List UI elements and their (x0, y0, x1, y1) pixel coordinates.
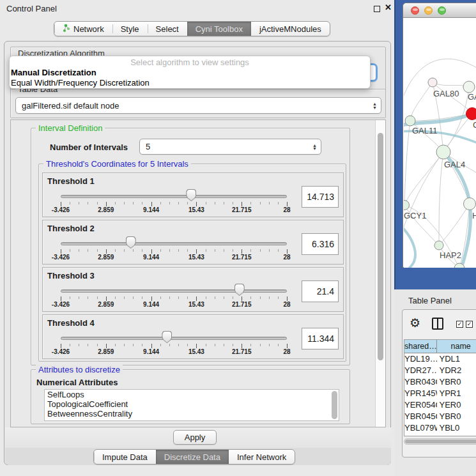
tab[interactable]: Discretize Data (156, 450, 229, 464)
table-cell[interactable]: YDL1 (437, 353, 476, 365)
table-cell[interactable]: YBR0 (437, 376, 476, 388)
minimize-traffic-light-icon[interactable] (424, 6, 433, 15)
network-node[interactable] (463, 81, 475, 93)
table-row[interactable]: YBL079W YBL0 (404, 422, 476, 434)
checkbox-icon[interactable]: ✓ (466, 321, 473, 328)
table-row[interactable]: YBR045C YBR0 (404, 411, 476, 422)
close-icon[interactable]: ✕ (385, 3, 392, 12)
table-cell[interactable]: YBR045C (404, 411, 437, 422)
list-item[interactable]: SelfLoops (45, 390, 339, 399)
table-cell[interactable]: YLR345W (404, 434, 437, 436)
tab[interactable]: Impute Data (94, 450, 156, 464)
scrollbar-thumb[interactable] (405, 440, 476, 443)
node-table[interactable]: shared… name YDL19… YDL1 YDR27… YDR2 (404, 339, 476, 436)
slider-track[interactable] (61, 195, 287, 198)
ruler-tick (178, 344, 179, 346)
list-scrollbar[interactable] (331, 391, 338, 419)
network-node[interactable] (436, 145, 450, 159)
table-cell[interactable]: YBL079W (404, 422, 437, 434)
slider-track[interactable] (61, 337, 287, 340)
slider-track[interactable] (61, 289, 287, 293)
node-label: HAP2 (440, 250, 461, 260)
table-cell[interactable]: YBR043C (404, 376, 437, 388)
ruler-tick (242, 344, 242, 348)
table-cell[interactable]: YLR3 (437, 434, 476, 436)
zoom-traffic-light-icon[interactable] (438, 6, 446, 15)
tab[interactable]: Select (148, 22, 187, 36)
table-cell[interactable]: YER054C (404, 399, 437, 411)
node-label: H (472, 211, 476, 220)
number-of-intervals-combobox[interactable]: 5 ▲▼ (139, 139, 321, 155)
ruler-tick (79, 296, 79, 299)
scrollbar-thumb[interactable] (378, 133, 383, 360)
table-cell[interactable]: YPR1 (437, 388, 476, 399)
ruler-tick (233, 344, 233, 346)
tab[interactable]: jActiveMNodules (251, 22, 330, 36)
ruler-tick (70, 296, 70, 299)
table-row[interactable]: YDL19… YDL1 (404, 353, 476, 365)
ruler-tick (133, 344, 134, 346)
list-item[interactable]: BetweennessCentrality (45, 409, 339, 418)
algorithm-option-manual[interactable]: Manual Discretization (10, 68, 370, 78)
network-node[interactable] (466, 108, 476, 120)
slider-track[interactable] (61, 242, 287, 245)
table-row[interactable]: YBR043C YBR0 (404, 376, 476, 388)
ruler-tick (97, 344, 98, 346)
float-window-icon[interactable] (374, 6, 380, 12)
network-node[interactable] (434, 241, 443, 250)
table-row[interactable]: YPR145W YPR1 (404, 388, 476, 399)
threshold-value-field[interactable]: 6.316 (302, 233, 339, 255)
ruler-tick (61, 344, 61, 348)
network-node[interactable] (428, 78, 437, 87)
close-traffic-light-icon[interactable] (411, 6, 419, 15)
tab[interactable]: Cyni Toolbox (187, 22, 251, 36)
numerical-attributes-list[interactable]: SelfLoopsTopologicalCoefficientBetweenne… (44, 389, 339, 421)
network-node[interactable] (405, 116, 415, 126)
network-node[interactable] (464, 198, 476, 210)
tab[interactable]: Style (112, 22, 148, 36)
ruler-tick (224, 249, 224, 252)
algorithm-option-equal-width[interactable]: Equal Width/Frequency Discretization (10, 78, 370, 88)
ruler-tick (79, 344, 79, 346)
table-cell[interactable]: YDR2 (437, 365, 476, 376)
table-cell[interactable]: YPR145W (404, 388, 437, 399)
gear-icon[interactable]: ⚙ (410, 316, 420, 330)
threshold-value-field[interactable]: 14.713 (302, 186, 339, 208)
split-columns-icon[interactable] (432, 318, 443, 330)
table-row[interactable]: YDR27… YDR2 (404, 365, 476, 376)
column-header[interactable]: name (437, 340, 476, 353)
table-row[interactable]: YLR345W YLR3 (404, 434, 476, 436)
threshold-value-field[interactable]: 11.344 (302, 328, 339, 349)
ruler-tick (260, 344, 261, 346)
slider-thumb[interactable] (186, 189, 196, 201)
network-node[interactable] (404, 201, 410, 210)
table-cell[interactable]: YDL19… (404, 353, 437, 365)
network-window-titlebar[interactable] (403, 3, 476, 18)
threshold-value-field[interactable]: 21.4 (302, 280, 339, 302)
network-canvas[interactable]: GAL80GACGAL11GAL4GCY1HHAP2 (404, 18, 476, 268)
ruler-tick (169, 202, 170, 204)
table-cell[interactable]: YDR27… (404, 365, 437, 376)
slider-thumb[interactable] (162, 331, 172, 343)
tab[interactable]: Infer Network (229, 450, 295, 464)
table-data-combobox[interactable]: galFiltered.sif default node ▲▼ (15, 97, 381, 114)
ruler-tick (260, 202, 261, 204)
list-item[interactable]: TopologicalCoefficient (45, 399, 339, 409)
apply-button[interactable]: Apply (173, 430, 217, 445)
column-header[interactable]: shared… (404, 340, 437, 353)
table-cell[interactable]: YER0 (437, 399, 476, 411)
table-cell[interactable]: YBL0 (437, 422, 476, 434)
ruler-tick (115, 296, 116, 299)
table-horizontal-scrollbar[interactable] (404, 438, 476, 445)
tab[interactable]: Network (54, 22, 112, 36)
scale-label: 28 (283, 348, 290, 355)
table-cell[interactable]: YBR0 (437, 411, 476, 422)
checkbox-icon[interactable]: ✓ (456, 321, 463, 328)
slider-thumb[interactable] (234, 284, 245, 296)
ruler-tick (233, 249, 233, 252)
ruler-tick (196, 296, 197, 301)
settings-scrollpane: Interval Definition Number of Intervals … (10, 119, 386, 427)
slider-thumb[interactable] (126, 236, 136, 249)
table-row[interactable]: YER054C YER0 (404, 399, 476, 411)
settings-scrollbar[interactable] (375, 120, 385, 427)
